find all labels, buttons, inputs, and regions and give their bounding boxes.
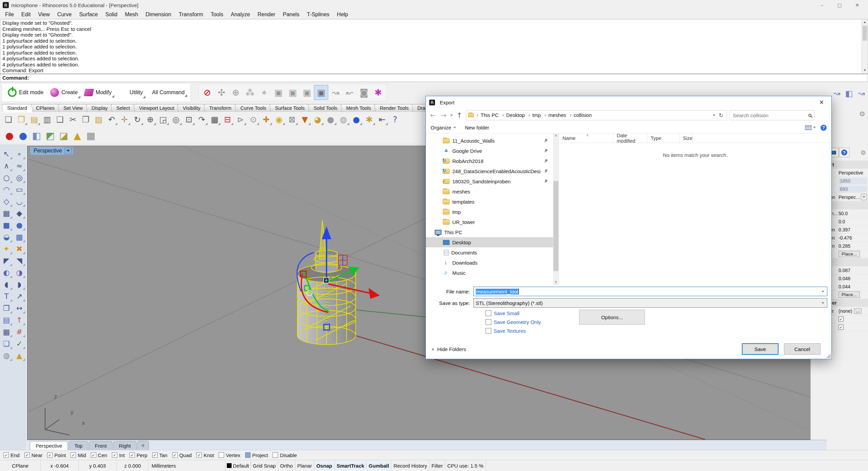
toolbar-tab[interactable]: Mesh Tools <box>340 104 376 112</box>
toolbar-tab[interactable]: Display <box>86 104 113 112</box>
osnap-toggle[interactable]: ✓ End <box>3 452 20 458</box>
sidebar-tool-icon[interactable]: ◖ <box>0 279 13 290</box>
sidebar-tool-icon[interactable]: ↔ <box>13 302 26 314</box>
add-viewport-tab[interactable]: + <box>137 441 149 450</box>
standard-toolbar-icon[interactable]: ◉ <box>273 114 285 126</box>
chevron-down-icon[interactable] <box>822 291 824 292</box>
checkbox-icon[interactable]: ✓ <box>839 325 844 330</box>
standard-toolbar-icon[interactable]: ◲ <box>157 114 170 126</box>
tsplines-toolbar-icon[interactable]: ↜ <box>342 85 357 100</box>
property-value[interactable]: 0.397 <box>839 227 850 232</box>
new-folder-button[interactable]: New folder <box>465 125 489 130</box>
sidebar-tool-icon[interactable]: ■ <box>0 219 13 231</box>
osnap-toggle[interactable]: ✓ Point <box>47 452 66 458</box>
browse-button[interactable]: ... <box>854 308 861 314</box>
command-history[interactable]: Display mode set to "Ghosted".Creating m… <box>0 19 868 74</box>
scroll-up-icon[interactable]: ∧ <box>553 134 559 139</box>
status-toggle[interactable]: Osnap <box>314 460 335 471</box>
tsplines-toolbar-icon[interactable]: ⊘ <box>200 85 214 100</box>
scroll-thumb[interactable] <box>553 181 558 271</box>
tsplines-toolbar-icon[interactable]: ⁂ <box>243 85 257 100</box>
sidebar-tool-icon[interactable]: ▭ <box>13 184 26 196</box>
folder-tree-item[interactable]: templates <box>426 197 553 207</box>
sidebar-tool-icon[interactable]: ✖ <box>13 243 26 255</box>
standard-toolbar-icon[interactable]: ◎ <box>170 114 182 126</box>
property-value[interactable]: 0.0 <box>839 219 845 224</box>
right-toolbar-icon[interactable]: ◧ <box>844 87 854 100</box>
standard-toolbar-icon[interactable]: ▨ <box>92 114 105 126</box>
checkbox-icon[interactable] <box>486 328 491 334</box>
property-value[interactable]: 1850 <box>839 178 867 184</box>
display-mode-icon[interactable]: ● <box>16 129 30 143</box>
breadcrumb[interactable]: ›This PC ›Desktop ›tmp ›meshes ›collisio… <box>466 110 727 120</box>
breadcrumb-item[interactable]: This PC <box>480 112 498 118</box>
property-value[interactable]: (none) <box>839 308 852 314</box>
viewport-tab[interactable]: Front <box>89 441 113 450</box>
status-coordinate-pane[interactable]: Millimeters <box>149 460 225 471</box>
scroll-down-icon[interactable]: ▼ <box>862 68 868 73</box>
forward-icon[interactable]: → <box>440 111 448 119</box>
sidebar-tool-icon[interactable]: ◐ <box>0 267 13 279</box>
column-header[interactable]: Date modified <box>613 134 647 143</box>
folder-tree-item[interactable]: Downloads <box>426 258 553 268</box>
standard-toolbar-icon[interactable]: ▦ <box>208 114 221 126</box>
folder-tree-item[interactable]: UR_tower <box>426 217 553 227</box>
sidebar-tool-icon[interactable]: ◒ <box>0 231 13 243</box>
property-value[interactable]: Perspective <box>839 194 861 200</box>
menu-item[interactable]: Help <box>333 11 352 18</box>
history-chevron-icon[interactable] <box>450 115 453 116</box>
standard-toolbar-icon[interactable]: ⊡ <box>182 114 195 126</box>
viewport-title[interactable]: Perspective <box>30 147 73 155</box>
search-input[interactable]: Search collision <box>730 110 814 120</box>
tsplines-toolbar-icon[interactable]: ▣ <box>300 85 314 100</box>
sidebar-tool-icon[interactable]: ◍ <box>0 350 13 362</box>
standard-toolbar-icon[interactable]: ✚ <box>260 114 273 126</box>
tsplines-toolbar-icon[interactable]: ▣ <box>285 85 300 100</box>
sidebar-tool-icon[interactable]: ◡ <box>13 196 26 207</box>
status-toggle[interactable]: Record History <box>391 460 429 471</box>
sidebar-tool-icon[interactable]: ≈ <box>13 160 26 172</box>
sidebar-tool-icon[interactable]: ✓ <box>13 338 26 350</box>
viewport-tab[interactable]: Right <box>113 441 137 450</box>
osnap-toggle[interactable]: ✓ Cen <box>91 452 107 458</box>
save-button[interactable]: Save <box>742 343 778 355</box>
sidebar-tool-icon[interactable]: ↗ <box>13 290 26 302</box>
options-button[interactable]: Options... <box>579 310 645 325</box>
scroll-thumb[interactable] <box>863 26 867 41</box>
checkbox-icon[interactable]: ✓ <box>47 452 53 458</box>
command-scrollbar[interactable]: ▲ ▼ <box>862 20 867 73</box>
standard-toolbar-icon[interactable]: ⊟ <box>221 114 234 126</box>
display-mode-icon[interactable]: ● <box>3 129 16 143</box>
organize-button[interactable]: Organize <box>431 125 456 130</box>
folder-tree-scrollbar[interactable]: ∧ ∨ <box>553 134 559 285</box>
column-header[interactable]: Name ∧ <box>559 134 613 143</box>
tsplines-toolbar-icon[interactable]: ▣ <box>314 85 328 100</box>
sidebar-tool-icon[interactable]: ❐ <box>0 302 13 314</box>
chevron-down-icon[interactable] <box>822 302 824 304</box>
toolbar-tab[interactable]: Set View <box>58 104 88 112</box>
sidebar-tool-icon[interactable]: ▤ <box>0 314 13 326</box>
tsplines-toolbar-icon[interactable]: ⌖ <box>257 85 271 100</box>
breadcrumb-item[interactable]: tmp <box>532 112 541 118</box>
osnap-toggle[interactable]: Vertex <box>219 452 240 458</box>
menu-item[interactable]: Analyze <box>227 11 254 18</box>
menu-item[interactable]: T-Splines <box>303 11 333 18</box>
column-header[interactable]: Size <box>679 134 693 143</box>
window-control-button[interactable]: ▢ <box>831 0 848 10</box>
breadcrumb-item[interactable]: collision <box>574 112 592 118</box>
standard-toolbar-icon[interactable]: ◕ <box>311 114 324 126</box>
sidebar-tool-icon[interactable]: ◆ <box>13 207 26 219</box>
breadcrumb-item[interactable]: Desktop <box>506 112 525 118</box>
folder-tree-item[interactable]: Desktop <box>426 237 553 247</box>
toolbar-tab[interactable]: Solid Tools <box>308 104 343 112</box>
standard-toolbar-icon[interactable]: ❑ <box>54 114 66 126</box>
sidebar-tool-icon[interactable]: ● <box>13 219 26 231</box>
standard-toolbar-icon[interactable]: ❐ <box>15 114 28 126</box>
tab-help[interactable]: ? <box>839 148 849 157</box>
standard-toolbar-icon[interactable]: ? <box>389 114 401 126</box>
folder-tree-item[interactable]: tmp <box>426 207 553 217</box>
sidebar-tool-icon[interactable]: ▲ <box>13 350 26 362</box>
menu-item[interactable]: Edit <box>18 11 35 18</box>
osnap-toggle[interactable]: ✓ Quad <box>172 452 192 458</box>
standard-toolbar-icon[interactable]: ↻ <box>131 114 144 126</box>
